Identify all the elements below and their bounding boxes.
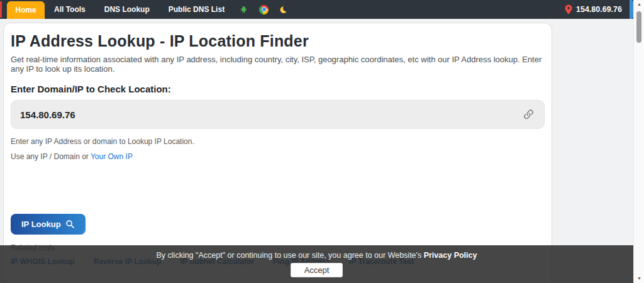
android-icon[interactable] bbox=[239, 5, 248, 14]
cookie-message-prefix: By clicking "Accept" or continuing to us… bbox=[157, 251, 424, 260]
location-pin-icon bbox=[565, 4, 572, 14]
input-helper-text: Enter any IP Address or domain to Lookup… bbox=[11, 137, 545, 146]
ip-input-container bbox=[11, 100, 545, 129]
dark-mode-moon-icon[interactable] bbox=[279, 5, 288, 14]
logo-accent-strip bbox=[0, 1, 2, 18]
nav-ip-badge: 154.80.69.76 bbox=[565, 4, 633, 14]
content-spacer bbox=[11, 161, 545, 214]
scroll-down-icon[interactable]: ▼ bbox=[634, 274, 644, 283]
vertical-scrollbar[interactable]: ▲ ▼ bbox=[633, 0, 644, 283]
cookie-consent-banner: By clicking "Accept" or continuing to us… bbox=[0, 245, 633, 283]
nav-item-dns-lookup[interactable]: DNS Lookup bbox=[95, 0, 159, 19]
page-subtitle: Get real-time information associated wit… bbox=[11, 55, 545, 74]
nav-item-all-tools[interactable]: All Tools bbox=[45, 0, 95, 19]
ip-lookup-button-label: IP Lookup bbox=[21, 219, 61, 229]
nav-item-public-dns-list[interactable]: Public DNS List bbox=[159, 0, 234, 19]
main-card: IP Address Lookup - IP Location Finder G… bbox=[3, 23, 552, 283]
chrome-icon[interactable] bbox=[259, 5, 269, 14]
use-any-ip-text: Use any IP / Domain or Your Own IP bbox=[11, 152, 545, 161]
ip-input[interactable] bbox=[20, 109, 522, 120]
top-navbar: Home All Tools DNS Lookup Public DNS Lis… bbox=[0, 0, 633, 19]
ip-input-label: Enter Domain/IP to Check Location: bbox=[11, 84, 545, 94]
nav-tab-home[interactable]: Home bbox=[7, 1, 45, 19]
ip-lookup-button[interactable]: IP Lookup bbox=[11, 214, 86, 235]
privacy-policy-link[interactable]: Privacy Policy bbox=[424, 251, 477, 260]
search-icon bbox=[65, 219, 75, 229]
link-chain-icon[interactable] bbox=[522, 108, 535, 121]
cookie-message: By clicking "Accept" or continuing to us… bbox=[157, 251, 477, 260]
scroll-up-icon[interactable]: ▲ bbox=[634, 0, 644, 9]
page-title: IP Address Lookup - IP Location Finder bbox=[11, 32, 545, 50]
accept-button[interactable]: Accept bbox=[291, 263, 343, 277]
current-ip-text: 154.80.69.76 bbox=[576, 5, 622, 14]
use-any-prefix: Use any IP / Domain or bbox=[11, 152, 91, 161]
scrollbar-thumb[interactable] bbox=[636, 11, 641, 43]
nav-tab-home-label: Home bbox=[15, 6, 36, 14]
your-own-ip-link[interactable]: Your Own IP bbox=[91, 152, 133, 161]
nav-icon-group bbox=[239, 5, 288, 14]
